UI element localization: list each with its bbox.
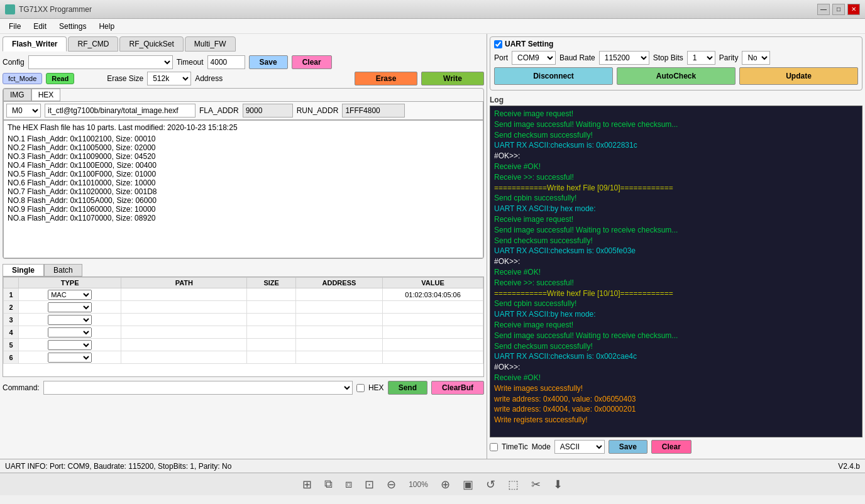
type-select[interactable]: MAC — [48, 290, 92, 300]
box-icon[interactable]: ▣ — [463, 478, 473, 491]
menu-settings[interactable]: Settings — [53, 21, 92, 32]
window-controls: — □ ✕ — [817, 4, 860, 15]
layers-icon[interactable]: ⧉ — [324, 478, 333, 491]
port-label: Port — [494, 53, 508, 62]
log-line: Receive #OK! — [494, 162, 858, 172]
type-select[interactable] — [48, 315, 92, 325]
tab-hex[interactable]: HEX — [31, 89, 61, 101]
hex-content: The HEX Flash file has 10 parts. Last mo… — [3, 120, 483, 258]
fla-addr-input[interactable] — [243, 104, 293, 118]
type-select[interactable] — [48, 353, 92, 363]
erase-button[interactable]: Erase — [355, 72, 417, 85]
row-value — [383, 339, 483, 351]
log-line: UART RX ASCII:checksum is: 0x005fe03e — [494, 246, 858, 256]
clear-log-button[interactable]: Clear — [651, 440, 691, 454]
version-label: V2.4.b — [838, 462, 860, 471]
copy-icon[interactable]: ⧈ — [345, 478, 352, 491]
type-select[interactable] — [48, 302, 92, 312]
hex-entry: NO.2 Flash_Addr: 0x11005000, Size: 02000 — [8, 143, 479, 152]
close-button[interactable]: ✕ — [847, 4, 860, 15]
menu-help[interactable]: Help — [92, 21, 121, 32]
download-icon[interactable]: ⬇ — [553, 478, 563, 491]
log-bottom-row: TimeTic Mode ASCII Save Clear — [490, 440, 862, 454]
save-button[interactable]: Save — [249, 55, 288, 69]
table-body: 1MAC01:02:03:04:05:0623456 — [4, 288, 483, 364]
port-select[interactable]: COM9 — [512, 51, 556, 65]
zoom-out-icon[interactable]: ⊖ — [387, 478, 396, 491]
uart-setting-checkbox[interactable] — [494, 40, 502, 48]
log-line: ============Write hexf File [09/10]=====… — [494, 183, 858, 194]
tab-rf-cmd[interactable]: RF_CMD — [68, 36, 118, 52]
send-button[interactable]: Send — [388, 381, 427, 395]
row-type[interactable] — [19, 351, 121, 364]
log-line: Receive >>: successful! — [494, 172, 858, 183]
hex-entries: NO.1 Flash_Addr: 0x11002100, Size: 00010… — [8, 134, 479, 222]
minimize-button[interactable]: — — [817, 4, 830, 15]
tab-single[interactable]: Single — [3, 264, 44, 277]
row-address — [295, 339, 382, 351]
log-line: Send checksum successfully! — [494, 130, 858, 141]
title-bar: TG71XX Programmer — □ ✕ — [0, 0, 865, 19]
stop-bits-select[interactable]: 1 — [687, 51, 715, 65]
grid-icon[interactable]: ⊞ — [302, 478, 312, 491]
row-type[interactable] — [19, 314, 121, 326]
erase-size-select[interactable]: 512k — [147, 72, 191, 85]
hex-checkbox[interactable] — [356, 384, 365, 392]
log-section-title: Log — [490, 96, 862, 104]
hex-path-input[interactable] — [45, 104, 196, 118]
table-row: 4 — [4, 326, 483, 339]
row-size — [247, 301, 295, 314]
read-badge[interactable]: Read — [46, 73, 74, 84]
config-label: Config — [3, 58, 25, 67]
zoom-in-icon[interactable]: ⊕ — [441, 478, 450, 491]
log-line: Send cpbin successfully! — [494, 193, 858, 204]
clearbuf-button[interactable]: ClearBuf — [431, 381, 484, 395]
tab-img[interactable]: IMG — [3, 89, 31, 101]
run-addr-input[interactable] — [342, 104, 405, 118]
clear-button[interactable]: Clear — [292, 55, 332, 69]
table-row: 1MAC01:02:03:04:05:06 — [4, 288, 483, 301]
tab-rf-quickset[interactable]: RF_QuickSet — [119, 36, 183, 52]
log-line: Write images successfully! — [494, 383, 858, 394]
log-line: UART RX ASCII:checksum is: 0x0022831c — [494, 140, 858, 151]
config-select[interactable] — [28, 55, 173, 69]
timeout-input[interactable] — [207, 55, 245, 69]
update-button[interactable]: Update — [739, 67, 858, 85]
command-input[interactable] — [43, 381, 353, 395]
row-type[interactable] — [19, 339, 121, 351]
run-addr-label: RUN_ADDR — [297, 106, 339, 115]
menu-file[interactable]: File — [3, 21, 27, 32]
row-type[interactable]: MAC — [19, 288, 121, 301]
save-log-button[interactable]: Save — [609, 440, 647, 454]
type-select[interactable] — [48, 327, 92, 337]
crop-icon[interactable]: ⊡ — [365, 478, 374, 491]
log-line: write address: 0x4000, value: 0x06050403 — [494, 394, 858, 405]
log-area: Receive image request!Send image success… — [490, 106, 862, 437]
tab-multi-fw[interactable]: Multi_FW — [185, 36, 236, 52]
maximize-button[interactable]: □ — [832, 4, 845, 15]
type-select[interactable] — [48, 340, 92, 350]
table-row: 6 — [4, 351, 483, 364]
link-icon[interactable]: ⬚ — [508, 478, 519, 491]
row-number: 6 — [4, 351, 19, 364]
parity-select[interactable]: No — [742, 51, 770, 65]
zoom-level: 100% — [409, 480, 428, 489]
hex-entry: NO.1 Flash_Addr: 0x11002100, Size: 00010 — [8, 134, 479, 143]
scissors-icon[interactable]: ✂ — [531, 478, 541, 491]
m0-select[interactable]: M0 — [6, 104, 41, 118]
row-type[interactable] — [19, 326, 121, 339]
row-address — [295, 314, 382, 326]
timetic-checkbox[interactable] — [490, 443, 498, 451]
disconnect-button[interactable]: Disconnect — [494, 67, 613, 85]
write-button[interactable]: Write — [421, 72, 484, 85]
autocheck-button[interactable]: AutoCheck — [617, 67, 736, 85]
hex-entry: NO.8 Flash_Addr: 0x1105A000, Size: 06000 — [8, 196, 479, 205]
tab-flash-writer[interactable]: Flash_Writer — [3, 36, 67, 52]
menu-edit[interactable]: Edit — [27, 21, 53, 32]
row-size — [247, 339, 295, 351]
baud-rate-select[interactable]: 115200 — [599, 51, 649, 65]
mode-select[interactable]: ASCII — [554, 440, 605, 454]
tab-batch[interactable]: Batch — [44, 264, 82, 277]
row-type[interactable] — [19, 301, 121, 314]
undo-icon[interactable]: ↺ — [486, 478, 495, 491]
